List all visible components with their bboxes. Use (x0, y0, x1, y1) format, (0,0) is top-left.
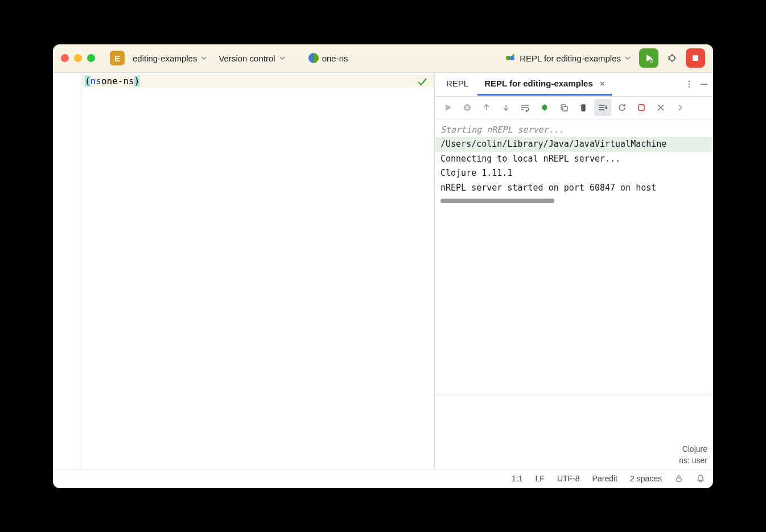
vcs-label: Version control (219, 53, 275, 63)
tabs-extra (685, 80, 709, 89)
zoom-window-button[interactable] (87, 54, 95, 62)
run-button[interactable] (639, 48, 658, 68)
svg-rect-14 (639, 105, 644, 110)
close-icon[interactable]: × (600, 79, 605, 88)
wrap-icon[interactable] (517, 99, 534, 116)
tab-repl-session-label: REPL for editing-examples (484, 79, 593, 88)
project-dropdown[interactable]: editing-examples (129, 51, 211, 65)
minimize-window-button[interactable] (74, 54, 82, 62)
repl-toolbar (435, 97, 713, 119)
ns-symbol: one-ns (101, 76, 134, 86)
chevron-right-icon[interactable] (672, 99, 689, 116)
scrollbar-thumb[interactable] (440, 199, 554, 203)
paren-open: ( (85, 76, 90, 86)
repl-line: /Users/colin/Library/Java/JavaVirtualMac… (435, 137, 713, 152)
repl-tabs: REPL REPL for editing-examples × (435, 73, 713, 97)
stop-session-icon[interactable] (459, 99, 476, 116)
tab-repl-session[interactable]: REPL for editing-examples × (477, 73, 612, 96)
repl-input[interactable]: Clojure ns: user (435, 395, 713, 469)
lock-icon[interactable] (674, 474, 683, 483)
window-controls (61, 54, 95, 62)
x-icon[interactable] (652, 99, 669, 116)
bug-icon[interactable] (536, 99, 553, 116)
run-config-dropdown[interactable]: REPL for editing-examples (501, 50, 635, 66)
repl-line: nREPL server started on port 60847 on ho… (435, 181, 713, 196)
gutter (53, 73, 81, 469)
edit-mode[interactable]: Paredit (592, 474, 617, 483)
chevron-down-icon (200, 55, 207, 61)
project-badge: E (110, 51, 125, 65)
chevron-down-icon (279, 55, 286, 61)
repl-line: Clojure 1.11.1 (435, 166, 713, 181)
svg-rect-5 (693, 55, 698, 61)
svg-rect-13 (563, 106, 567, 111)
run-config-label: REPL for editing-examples (520, 53, 621, 63)
clojure-file-icon (308, 53, 319, 63)
debug-button[interactable] (663, 49, 681, 67)
code-area[interactable]: (ns one-ns) (81, 73, 434, 469)
scroll-to-end-icon[interactable] (594, 99, 611, 116)
repl-panel: REPL REPL for editing-examples × (434, 73, 713, 469)
arrow-down-icon[interactable] (497, 99, 514, 116)
editor-pane: (ns one-ns) (53, 73, 434, 469)
project-name-label: editing-examples (133, 53, 197, 63)
svg-rect-9 (701, 84, 707, 85)
repl-meta: Clojure ns: user (679, 444, 707, 466)
chevron-down-icon (624, 55, 631, 61)
file-tab-label: one-ns (322, 53, 348, 63)
code-line-1: (ns one-ns) (81, 75, 434, 88)
stop-button[interactable] (686, 48, 705, 68)
trash-icon[interactable] (575, 99, 592, 116)
repl-line: Connecting to local nREPL server... (435, 152, 713, 167)
inspection-ok-icon[interactable] (417, 76, 428, 88)
line-separator[interactable]: LF (536, 474, 545, 483)
repl-lang-label: Clojure (679, 444, 707, 455)
repl-line: Starting nREPL server... (435, 123, 713, 138)
copy-icon[interactable] (555, 99, 573, 116)
svg-point-8 (689, 86, 690, 88)
reload-icon[interactable] (613, 99, 631, 116)
minimize-panel-icon[interactable] (699, 80, 709, 89)
horizontal-scrollbar[interactable] (440, 199, 707, 204)
arrow-up-icon[interactable] (478, 99, 495, 116)
paren-close: ) (134, 76, 140, 86)
run-tool-icon[interactable] (439, 99, 456, 116)
svg-point-6 (689, 81, 690, 83)
titlebar: E editing-examples Version control one-n… (53, 44, 713, 73)
svg-point-3 (650, 60, 653, 63)
tab-repl-label: REPL (446, 79, 468, 88)
svg-point-0 (506, 56, 510, 60)
svg-point-7 (689, 84, 690, 85)
vcs-dropdown[interactable]: Version control (215, 51, 289, 65)
svg-point-1 (510, 56, 514, 60)
file-tab[interactable]: one-ns (305, 51, 352, 65)
repl-config-icon (505, 52, 516, 64)
stop-square-icon[interactable] (633, 99, 650, 116)
bell-icon[interactable] (696, 474, 705, 483)
close-window-button[interactable] (61, 54, 69, 62)
statusbar: 1:1 LF UTF-8 Paredit 2 spaces (53, 469, 713, 488)
repl-output[interactable]: Starting nREPL server... /Users/colin/Li… (435, 119, 713, 395)
encoding[interactable]: UTF-8 (557, 474, 580, 483)
svg-rect-15 (677, 478, 681, 481)
keyword-ns: ns (90, 76, 101, 86)
indent-setting[interactable]: 2 spaces (630, 474, 662, 483)
cursor-position[interactable]: 1:1 (512, 474, 522, 483)
more-icon[interactable] (685, 80, 694, 89)
tab-repl[interactable]: REPL (439, 73, 475, 96)
main-area: (ns one-ns) REPL REPL for editing-exampl… (53, 73, 713, 469)
svg-point-2 (512, 54, 514, 56)
repl-ns-label: ns: user (679, 455, 707, 467)
ide-window: E editing-examples Version control one-n… (53, 44, 713, 488)
